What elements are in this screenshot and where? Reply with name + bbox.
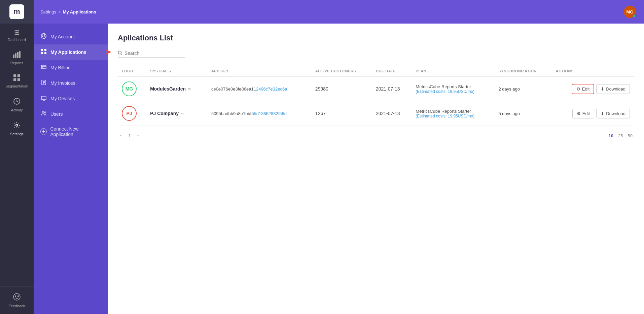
svg-rect-26 [41,96,46,100]
sort-icon: ▲ [169,69,172,73]
user-status-dot [633,14,636,18]
page-next-arrow[interactable]: → [135,133,140,139]
sidebar-item-connect-new-application[interactable]: + Connect New Application [34,122,108,141]
applications-table: LOGO SYSTEM ▲ APP KEY ACTIVE CUSTOMERS D… [118,66,634,126]
app-key-prefix: ce0e076e0e3fe86ea1 [211,86,254,92]
system-edit-icon[interactable]: ✏ [188,86,191,92]
content-area: Aplications List LOGO SYSTEM ▲ APP KEY A… [108,24,644,314]
table-row: PJPJ Company✏5095badbb9a8e1bbf55d1386283… [118,101,634,126]
edit-button[interactable]: ⚙Edit [572,109,594,118]
svg-rect-5 [17,74,20,77]
sidebar-label-my-devices: My Devices [50,96,75,101]
edit-button[interactable]: ⚙Edit [572,84,594,94]
download-button[interactable]: ⬇Download [596,84,630,94]
pagination-pages: ← 1 → [119,133,140,139]
col-plan: PLAN [412,66,494,77]
my-billing-icon [40,64,47,71]
breadcrumb-separator: > [58,9,61,14]
download-label: Download [606,111,625,116]
page-number[interactable]: 1 [129,133,131,138]
settings-icon [13,121,21,131]
sidebar-item-my-devices[interactable]: My Devices [34,91,108,106]
page-prev-arrow[interactable]: ← [119,133,124,139]
svg-point-11 [15,296,16,297]
system-name: ModulesGarden [150,86,186,92]
user-initials: MG [627,9,634,14]
page-title: Aplications List [118,34,634,42]
search-box [118,49,185,58]
cell-logo: MG [118,77,146,101]
svg-rect-1 [15,53,16,58]
nav-item-activity[interactable]: Activity [0,93,34,117]
reports-icon [13,51,21,60]
col-app-key: APP KEY [207,66,311,77]
nav-item-dashboard[interactable]: ⊞ Dashboard [0,24,34,46]
download-icon: ⬇ [601,111,604,116]
cell-synchronization: 2 days ago [494,77,551,101]
nav-label-segmentation: Segmentation [5,84,28,88]
search-input[interactable] [124,49,178,57]
sidebar-label-my-invoices: My Invoices [50,80,75,86]
logo-badge: PJ [122,106,137,121]
users-icon [40,111,47,117]
col-logo: LOGO [118,66,146,77]
sidebar-label-my-applications: My Applications [50,49,86,55]
sidebar-item-my-applications[interactable]: My Applications ➤ [34,44,108,60]
app-key-suffix: 5d13862832f56d [254,111,287,116]
page-size-options: 10 25 50 [609,133,633,138]
nav-label-activity: Activity [11,108,23,112]
cell-active-customers: 1267 [311,101,372,126]
sidebar-label-connect-new-application: Connect New Application [50,126,101,137]
sidebar-item-my-billing[interactable]: My Billing [34,60,108,75]
nav-feedback[interactable]: Feedback [0,286,34,314]
cell-plan: MetricsCube Reports Starter(Estimated co… [412,101,494,126]
svg-rect-4 [13,74,16,77]
sidebar-label-my-billing: My Billing [50,65,71,70]
actions-container: ⚙Edit⬇Download [556,109,630,118]
main-content: MG Aplications List LOGO SYSTEM ▲ [108,0,644,314]
svg-rect-16 [44,49,46,51]
svg-rect-18 [44,52,46,54]
svg-rect-6 [13,78,16,81]
logo-box[interactable]: m [9,4,24,19]
table-header-row: LOGO SYSTEM ▲ APP KEY ACTIVE CUSTOMERS D… [118,66,634,77]
page-size-25[interactable]: 25 [618,133,623,138]
user-avatar[interactable]: MG [624,6,636,18]
sidebar-header: Settings > My Applications [34,0,108,24]
cell-actions: ⚙Edit⬇Download [552,77,634,101]
svg-rect-3 [19,51,21,58]
cell-logo: PJ [118,101,146,126]
nav-item-segmentation[interactable]: Segmentation [0,70,34,93]
breadcrumb-parent[interactable]: Settings [40,9,56,14]
col-due-date: DUE DATE [372,66,412,77]
cell-actions: ⚙Edit⬇Download [552,101,634,126]
app-key-prefix: 5095badbb9a8e1bbf5 [211,111,254,116]
settings-sidebar: Settings > My Applications My Account [34,0,108,314]
pagination-row: ← 1 → 10 25 50 [118,133,634,139]
breadcrumb: Settings > My Applications [40,9,96,14]
system-name: PJ Company [150,111,179,116]
cell-active-customers: 29980 [311,77,372,101]
sidebar-item-users[interactable]: Users [34,106,108,122]
edit-gear-icon: ⚙ [576,86,580,92]
svg-rect-17 [41,52,43,54]
cell-app-key: 5095badbb9a8e1bbf55d13862832f56d [207,101,311,126]
plan-cost[interactable]: (Estimated costs: 19.95USD/mo) [416,89,490,94]
sidebar-item-my-account[interactable]: My Account [34,29,108,44]
logo-badge: MG [122,81,137,96]
system-edit-icon[interactable]: ✏ [181,111,184,116]
sidebar-label-my-account: My Account [50,34,75,39]
svg-rect-15 [41,49,43,51]
nav-item-settings[interactable]: Settings [0,117,34,141]
cell-system: PJ Company✏ [146,101,207,126]
nav-label-settings: Settings [10,132,24,136]
nav-item-reports[interactable]: Reports [0,46,34,70]
page-size-10[interactable]: 10 [609,133,613,138]
col-active-customers: ACTIVE CUSTOMERS [311,66,372,77]
download-button[interactable]: ⬇Download [596,109,630,118]
sidebar-label-users: Users [50,111,63,117]
plan-cost[interactable]: (Estimated costs: 19.95USD/mo) [416,114,490,118]
page-size-50[interactable]: 50 [628,133,633,138]
segmentation-icon [13,74,21,83]
sidebar-item-my-invoices[interactable]: My Invoices [34,75,108,91]
